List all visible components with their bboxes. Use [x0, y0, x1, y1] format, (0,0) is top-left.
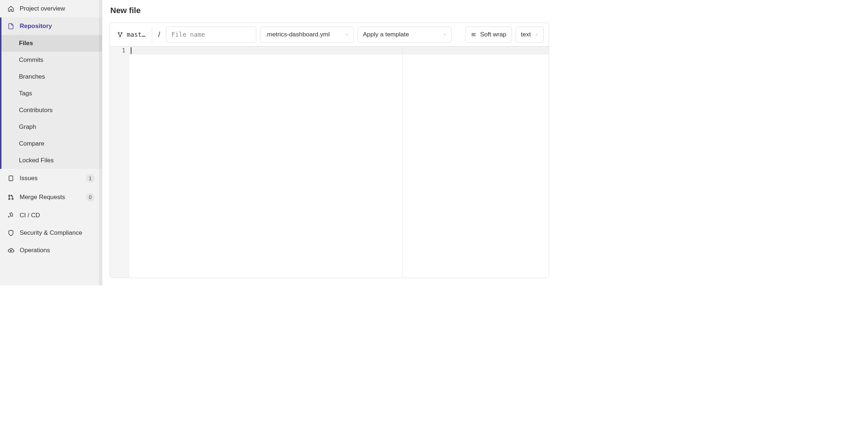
- nav-project-overview[interactable]: Project overview: [0, 0, 102, 17]
- line-number: 1: [110, 47, 125, 54]
- subnav-locked-files[interactable]: Locked Files: [1, 152, 102, 169]
- editor-panel: mast… / .metrics-dashboard.yml Apply a t…: [110, 23, 549, 278]
- nav-security[interactable]: Security & Compliance: [0, 224, 102, 242]
- current-line-highlight: [129, 47, 549, 55]
- svg-point-6: [119, 36, 121, 37]
- path-separator: /: [156, 31, 162, 39]
- chevron-down-icon: [534, 32, 539, 37]
- line-gutter: 1: [110, 47, 129, 278]
- subnav-contributors[interactable]: Contributors: [1, 102, 102, 119]
- subnav-files[interactable]: Files: [1, 35, 102, 52]
- chevron-down-icon: [442, 32, 447, 37]
- nav-operations[interactable]: Operations: [0, 242, 102, 259]
- dropdown-value: .metrics-dashboard.yml: [265, 31, 330, 38]
- rocket-icon: [7, 212, 15, 219]
- nav-issues[interactable]: Issues 1: [0, 169, 102, 188]
- syntax-dropdown[interactable]: text: [516, 27, 544, 43]
- subnav-commits[interactable]: Commits: [1, 52, 102, 68]
- subnav-branches[interactable]: Branches: [1, 68, 102, 85]
- page-title: New file: [110, 6, 549, 15]
- apply-template-dropdown[interactable]: Apply a template: [358, 27, 451, 43]
- nav-repository[interactable]: Repository: [0, 17, 102, 35]
- shield-icon: [7, 229, 15, 237]
- svg-point-4: [118, 32, 119, 33]
- nav-label: CI / CD: [20, 212, 40, 219]
- code-area[interactable]: [129, 47, 549, 278]
- sidebar: Project overview Repository Files Commit…: [0, 0, 102, 285]
- print-margin: [402, 47, 403, 278]
- nav-label: Merge Requests: [20, 194, 65, 201]
- svg-point-1: [9, 195, 10, 197]
- nav-ci-cd[interactable]: CI / CD: [0, 207, 102, 224]
- nav-label: Project overview: [20, 5, 65, 12]
- svg-point-3: [12, 198, 13, 200]
- soft-wrap-label: Soft wrap: [480, 31, 506, 38]
- code-editor[interactable]: 1: [110, 47, 549, 278]
- wrap-icon: [471, 32, 477, 37]
- merge-request-icon: [7, 194, 15, 201]
- nav-label: Operations: [20, 247, 50, 254]
- svg-point-2: [9, 198, 10, 200]
- filename-input[interactable]: [166, 27, 256, 43]
- soft-wrap-button[interactable]: Soft wrap: [465, 27, 512, 43]
- nav-merge-requests[interactable]: Merge Requests 0: [0, 188, 102, 207]
- dropdown-value: Apply a template: [363, 31, 409, 38]
- svg-point-5: [121, 32, 122, 33]
- repository-subnav: Files Commits Branches Tags Contributors…: [0, 35, 102, 169]
- cloud-up-icon: [7, 247, 15, 254]
- editor-toolbar: mast… / .metrics-dashboard.yml Apply a t…: [110, 23, 549, 47]
- chevron-down-icon: [345, 32, 349, 37]
- mr-count-badge: 0: [86, 193, 95, 202]
- issues-icon: [7, 175, 15, 182]
- nav-label: Issues: [20, 175, 38, 182]
- home-icon: [7, 5, 15, 12]
- branch-selector[interactable]: mast…: [110, 27, 152, 43]
- nav-label: Security & Compliance: [20, 229, 82, 237]
- file-icon: [7, 23, 15, 30]
- main-content: New file mast… / .metrics-dashboard.yml …: [102, 0, 556, 285]
- template-type-dropdown[interactable]: .metrics-dashboard.yml: [260, 27, 354, 43]
- subnav-compare[interactable]: Compare: [1, 135, 102, 152]
- branch-icon: [117, 32, 123, 37]
- subnav-tags[interactable]: Tags: [1, 85, 102, 102]
- dropdown-value: text: [521, 31, 531, 38]
- subnav-graph[interactable]: Graph: [1, 119, 102, 135]
- issues-count-badge: 1: [86, 174, 95, 183]
- svg-rect-0: [9, 176, 13, 181]
- nav-label: Repository: [20, 23, 52, 30]
- branch-name: mast…: [127, 31, 145, 38]
- cursor: [131, 47, 131, 54]
